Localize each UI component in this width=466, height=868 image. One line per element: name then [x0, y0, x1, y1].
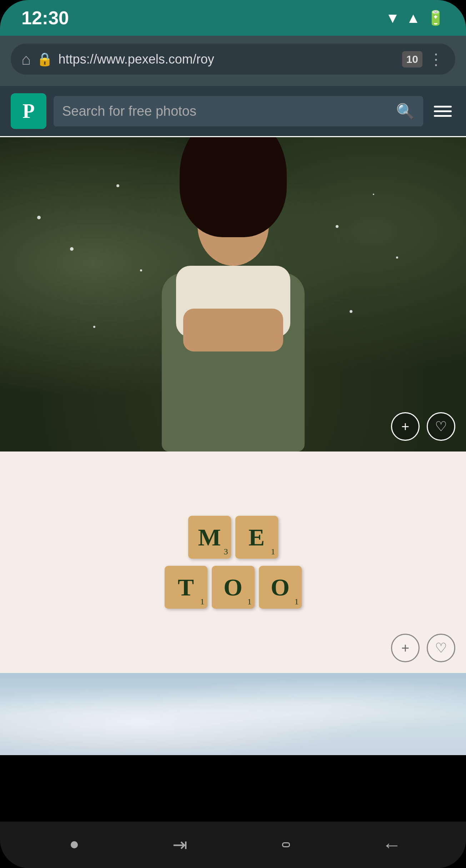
- scrabble-score-t: 1: [200, 597, 205, 607]
- scrabble-letter-o1: O: [224, 575, 242, 599]
- scrabble-tiles-container: M 3 E 1 T 1: [165, 516, 302, 609]
- plus-icon-2: +: [401, 640, 409, 656]
- search-input[interactable]: Search for free photos: [62, 104, 390, 119]
- scrabble-letter-o2: O: [271, 575, 290, 599]
- photo-card-1[interactable]: + ♡: [0, 137, 466, 452]
- hamburger-line-1: [434, 106, 452, 108]
- photo-1-actions: + ♡: [391, 412, 455, 441]
- snow-particle: [140, 269, 142, 271]
- lock-icon: 🔒: [37, 52, 53, 67]
- plus-icon: +: [401, 419, 409, 434]
- scrabble-score-e: 1: [271, 547, 275, 557]
- photo-card-2[interactable]: M 3 E 1 T 1: [0, 452, 466, 673]
- status-bar: 12:30 ▼ ▲ 🔋: [0, 0, 466, 36]
- add-to-collection-button-2[interactable]: +: [391, 634, 420, 662]
- browser-url-bar[interactable]: ⌂ 🔒 https://www.pexels.com/roy 10 ⋮: [11, 44, 455, 75]
- photo-snow-woman: + ♡: [0, 137, 466, 452]
- home-icon: [282, 842, 290, 847]
- url-text[interactable]: https://www.pexels.com/roy: [59, 52, 396, 67]
- hamburger-menu-button[interactable]: [430, 102, 455, 120]
- browser-chrome: ⌂ 🔒 https://www.pexels.com/roy 10 ⋮: [0, 36, 466, 86]
- hamburger-line-3: [434, 115, 452, 117]
- content-area: + ♡ M 3: [0, 137, 466, 822]
- snow-particle: [70, 247, 74, 251]
- snow-particle: [350, 310, 352, 313]
- back-icon: ←: [382, 834, 401, 856]
- scrabble-tile-m: M 3: [188, 516, 231, 559]
- back-button[interactable]: ←: [377, 830, 406, 859]
- scrabble-row-1: M 3 E 1: [188, 516, 278, 559]
- scrabble-tile-o2: O 1: [259, 566, 302, 609]
- pexels-navbar: P Search for free photos 🔍: [0, 86, 466, 137]
- hamburger-line-2: [434, 110, 452, 112]
- sky-clouds: [0, 673, 466, 755]
- recents-button[interactable]: ⇥: [166, 830, 194, 859]
- browser-menu-button[interactable]: ⋮: [428, 50, 445, 68]
- scrabble-score-o1: 1: [247, 597, 252, 607]
- snow-particle: [93, 326, 95, 328]
- search-bar[interactable]: Search for free photos 🔍: [54, 96, 423, 126]
- phone-frame: 12:30 ▼ ▲ 🔋 ⌂ 🔒 https://www.pexels.com/r…: [0, 0, 466, 868]
- scrabble-tile-o1: O 1: [212, 566, 255, 609]
- search-icon: 🔍: [396, 103, 415, 120]
- pexels-logo[interactable]: P: [11, 93, 46, 129]
- snow-particle: [336, 225, 339, 228]
- heart-icon-2: ♡: [435, 640, 447, 656]
- add-to-collection-button[interactable]: +: [391, 412, 420, 441]
- wifi-icon: ▼: [386, 10, 400, 26]
- scrabble-letter-e: E: [249, 525, 265, 549]
- browser-home-button[interactable]: ⌂: [21, 50, 31, 68]
- signal-icon: ▲: [406, 10, 420, 26]
- scrabble-letter-m: M: [198, 525, 221, 549]
- dot-icon: [71, 841, 78, 848]
- battery-icon: 🔋: [427, 10, 445, 26]
- photo-card-3[interactable]: [0, 673, 466, 755]
- woman-hair: [180, 137, 287, 237]
- like-button-2[interactable]: ♡: [427, 634, 455, 662]
- woman-hands: [183, 309, 283, 351]
- scrabble-score-o2: 1: [295, 597, 299, 607]
- scrabble-letter-t: T: [178, 575, 194, 599]
- bottom-navigation: ⇥ ←: [0, 822, 466, 868]
- status-time: 12:30: [21, 7, 69, 29]
- status-icons: ▼ ▲ 🔋: [386, 10, 445, 26]
- home-button[interactable]: [272, 830, 300, 859]
- photo-scrabble: M 3 E 1 T 1: [0, 452, 466, 673]
- scrabble-tile-e: E 1: [235, 516, 278, 559]
- scrabble-score-m: 3: [224, 547, 228, 557]
- photo-2-actions: + ♡: [391, 634, 455, 662]
- scrabble-row-2: T 1 O 1 O 1: [165, 566, 302, 609]
- recents-icon: ⇥: [172, 834, 187, 855]
- scrabble-tile-t: T 1: [165, 566, 207, 609]
- tabs-button[interactable]: 10: [402, 51, 422, 68]
- photo-sky: [0, 673, 466, 755]
- dot-button[interactable]: [60, 830, 89, 859]
- like-button-1[interactable]: ♡: [427, 412, 455, 441]
- heart-icon: ♡: [435, 419, 447, 434]
